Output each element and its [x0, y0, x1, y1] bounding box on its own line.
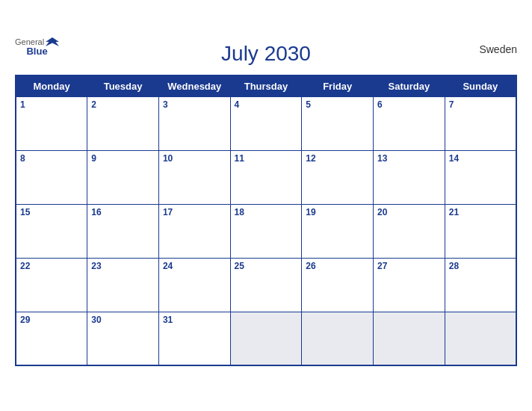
day-header-sunday: Sunday [445, 75, 516, 97]
day-cell: 26 [302, 258, 374, 312]
day-header-friday: Friday [302, 75, 374, 97]
day-header-monday: Monday [16, 75, 87, 97]
day-number: 26 [306, 261, 369, 271]
day-number: 22 [20, 261, 83, 271]
day-number: 3 [163, 99, 226, 110]
day-number: 14 [449, 153, 512, 164]
day-cell: 16 [87, 204, 159, 258]
day-cell: 12 [302, 150, 374, 204]
day-number: 5 [306, 99, 369, 110]
day-header-tuesday: Tuesday [87, 75, 159, 97]
day-cell: 4 [230, 96, 302, 150]
day-cell: 20 [374, 204, 445, 258]
day-number: 17 [163, 207, 226, 217]
day-cell: 1 [16, 96, 87, 150]
day-cell: 17 [158, 204, 230, 258]
day-cell: 22 [16, 258, 87, 312]
calendar-header: General Blue July 2030 Sweden [15, 37, 517, 70]
day-number: 4 [235, 99, 298, 110]
day-header-thursday: Thursday [230, 75, 302, 97]
day-number: 21 [449, 207, 512, 217]
day-cell: 19 [302, 204, 374, 258]
day-cell: 7 [445, 96, 516, 150]
day-header-wednesday: Wednesday [158, 75, 230, 97]
day-cell: 27 [374, 258, 445, 312]
day-cell: 6 [374, 96, 445, 150]
day-cell [374, 312, 445, 365]
logo-bird-icon [46, 37, 59, 46]
calendar-tbody: 1234567891011121314151617181920212223242… [16, 96, 516, 365]
day-number: 20 [377, 207, 441, 217]
day-number: 19 [306, 207, 369, 217]
day-number: 27 [377, 261, 441, 271]
day-cell [230, 312, 302, 365]
day-number: 6 [377, 99, 441, 110]
day-cell: 3 [158, 96, 230, 150]
day-cell: 8 [16, 150, 87, 204]
day-number: 13 [377, 153, 441, 164]
day-cell: 25 [230, 258, 302, 312]
day-cell: 14 [445, 150, 516, 204]
day-cell: 5 [302, 96, 374, 150]
day-number: 25 [235, 261, 298, 271]
day-cell: 13 [374, 150, 445, 204]
calendar-container: General Blue July 2030 Sweden MondayTues… [0, 30, 532, 382]
week-row-2: 891011121314 [16, 150, 516, 204]
day-cell: 15 [16, 204, 87, 258]
logo-blue-text: Blue [26, 46, 47, 57]
day-number: 30 [91, 315, 155, 325]
day-cell: 30 [87, 312, 159, 365]
day-number: 7 [449, 99, 512, 110]
calendar-title: July 2030 [221, 42, 311, 66]
day-cell: 10 [158, 150, 230, 204]
day-number: 8 [20, 153, 83, 164]
day-cell [302, 312, 374, 365]
logo-area: General Blue [15, 37, 59, 57]
day-number: 29 [20, 315, 83, 325]
day-number: 11 [235, 153, 298, 164]
day-cell: 31 [158, 312, 230, 365]
day-number: 23 [91, 261, 155, 271]
day-cell: 18 [230, 204, 302, 258]
day-number: 15 [20, 207, 83, 217]
day-cell: 9 [87, 150, 159, 204]
day-number: 9 [91, 153, 155, 164]
day-number: 28 [449, 261, 512, 271]
week-row-4: 22232425262728 [16, 258, 516, 312]
day-cell: 21 [445, 204, 516, 258]
day-number: 2 [91, 99, 155, 110]
day-cell: 28 [445, 258, 516, 312]
week-row-3: 15161718192021 [16, 204, 516, 258]
day-number: 12 [306, 153, 369, 164]
calendar-thead: MondayTuesdayWednesdayThursdayFridaySatu… [16, 75, 516, 97]
day-number: 31 [163, 315, 226, 325]
day-cell: 11 [230, 150, 302, 204]
day-cell: 2 [87, 96, 159, 150]
day-cell: 23 [87, 258, 159, 312]
week-row-1: 1234567 [16, 96, 516, 150]
week-row-5: 293031 [16, 312, 516, 365]
day-number: 18 [235, 207, 298, 217]
day-header-saturday: Saturday [374, 75, 445, 97]
day-number: 10 [163, 153, 226, 164]
calendar-table: MondayTuesdayWednesdayThursdayFridaySatu… [15, 75, 517, 367]
day-cell: 24 [158, 258, 230, 312]
day-number: 1 [20, 99, 83, 110]
days-header-row: MondayTuesdayWednesdayThursdayFridaySatu… [16, 75, 516, 97]
day-cell: 29 [16, 312, 87, 365]
svg-marker-0 [46, 37, 59, 46]
country-label: Sweden [479, 43, 517, 55]
day-number: 16 [91, 207, 155, 217]
day-cell [445, 312, 516, 365]
day-number: 24 [163, 261, 226, 271]
